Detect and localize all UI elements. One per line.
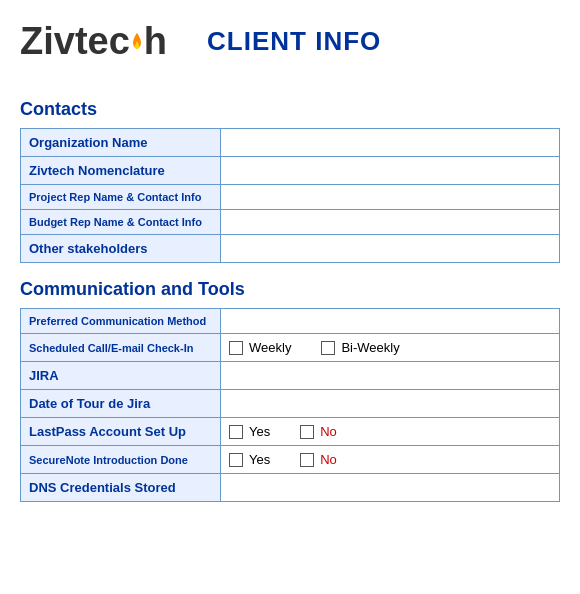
table-row: Date of Tour de Jira bbox=[21, 390, 560, 418]
header: Zivtec h CLIENT INFO bbox=[20, 10, 560, 83]
lastpass-no-item[interactable]: No bbox=[300, 424, 337, 439]
lastpass-value: Yes No bbox=[221, 418, 560, 446]
lastpass-no-checkbox[interactable] bbox=[300, 425, 314, 439]
table-row: Zivtech Nomenclature bbox=[21, 157, 560, 185]
table-row: Preferred Communication Method bbox=[21, 309, 560, 334]
dns-label: DNS Credentials Stored bbox=[21, 474, 221, 502]
weekly-label: Weekly bbox=[249, 340, 291, 355]
org-name-value[interactable] bbox=[221, 129, 560, 157]
logo: Zivtec h bbox=[20, 20, 167, 63]
table-row: Other stakeholders bbox=[21, 235, 560, 263]
preferred-comm-label: Preferred Communication Method bbox=[21, 309, 221, 334]
lastpass-label: LastPass Account Set Up bbox=[21, 418, 221, 446]
securenote-yes-item[interactable]: Yes bbox=[229, 452, 270, 467]
communication-heading: Communication and Tools bbox=[20, 279, 560, 300]
weekly-checkbox-item[interactable]: Weekly bbox=[229, 340, 291, 355]
securenote-yes-checkbox[interactable] bbox=[229, 453, 243, 467]
securenote-no-item[interactable]: No bbox=[300, 452, 337, 467]
dns-value[interactable] bbox=[221, 474, 560, 502]
nomenclature-value[interactable] bbox=[221, 157, 560, 185]
logo-flame-inline bbox=[130, 20, 144, 63]
lastpass-yes-checkbox[interactable] bbox=[229, 425, 243, 439]
page-title: CLIENT INFO bbox=[207, 26, 381, 57]
table-row: LastPass Account Set Up Yes No bbox=[21, 418, 560, 446]
org-name-label: Organization Name bbox=[21, 129, 221, 157]
logo-text: Zivtec h bbox=[20, 20, 167, 63]
tour-de-jira-label: Date of Tour de Jira bbox=[21, 390, 221, 418]
scheduled-call-value: Weekly Bi-Weekly bbox=[221, 334, 560, 362]
weekly-biweekly-checkboxes: Weekly Bi-Weekly bbox=[229, 340, 551, 355]
flame-icon bbox=[130, 31, 144, 57]
lastpass-yes-item[interactable]: Yes bbox=[229, 424, 270, 439]
contacts-heading: Contacts bbox=[20, 99, 560, 120]
yes-label: Yes bbox=[249, 424, 270, 439]
other-stakeholders-value[interactable] bbox=[221, 235, 560, 263]
biweekly-checkbox[interactable] bbox=[321, 341, 335, 355]
table-row: JIRA bbox=[21, 362, 560, 390]
communication-table: Preferred Communication Method Scheduled… bbox=[20, 308, 560, 502]
biweekly-label: Bi-Weekly bbox=[341, 340, 399, 355]
other-stakeholders-label: Other stakeholders bbox=[21, 235, 221, 263]
securenote-no-checkbox[interactable] bbox=[300, 453, 314, 467]
table-row: Budget Rep Name & Contact Info bbox=[21, 210, 560, 235]
budget-rep-label: Budget Rep Name & Contact Info bbox=[21, 210, 221, 235]
nomenclature-label: Zivtech Nomenclature bbox=[21, 157, 221, 185]
jira-label: JIRA bbox=[21, 362, 221, 390]
no-label: No bbox=[320, 424, 337, 439]
securenote-no-label: No bbox=[320, 452, 337, 467]
weekly-checkbox[interactable] bbox=[229, 341, 243, 355]
project-rep-value[interactable] bbox=[221, 185, 560, 210]
securenote-checkboxes: Yes No bbox=[229, 452, 551, 467]
table-row: SecureNote Introduction Done Yes No bbox=[21, 446, 560, 474]
jira-value[interactable] bbox=[221, 362, 560, 390]
securenote-yes-label: Yes bbox=[249, 452, 270, 467]
budget-rep-value[interactable] bbox=[221, 210, 560, 235]
table-row: Project Rep Name & Contact Info bbox=[21, 185, 560, 210]
contacts-table: Organization Name Zivtech Nomenclature P… bbox=[20, 128, 560, 263]
preferred-comm-value[interactable] bbox=[221, 309, 560, 334]
table-row: Organization Name bbox=[21, 129, 560, 157]
table-row: Scheduled Call/E-mail Check-In Weekly Bi… bbox=[21, 334, 560, 362]
biweekly-checkbox-item[interactable]: Bi-Weekly bbox=[321, 340, 399, 355]
scheduled-call-label: Scheduled Call/E-mail Check-In bbox=[21, 334, 221, 362]
tour-de-jira-value[interactable] bbox=[221, 390, 560, 418]
securenote-label: SecureNote Introduction Done bbox=[21, 446, 221, 474]
project-rep-label: Project Rep Name & Contact Info bbox=[21, 185, 221, 210]
table-row: DNS Credentials Stored bbox=[21, 474, 560, 502]
logo-letter-z: Z bbox=[20, 20, 43, 62]
securenote-value: Yes No bbox=[221, 446, 560, 474]
lastpass-checkboxes: Yes No bbox=[229, 424, 551, 439]
